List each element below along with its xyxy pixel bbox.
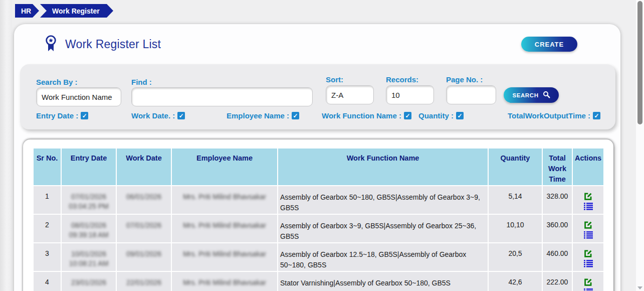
breadcrumb-item-work-register[interactable]: Work Register bbox=[40, 4, 113, 18]
cell-work-function-name: Stator Varnishing|Assembly of Gearbox 50… bbox=[278, 272, 488, 291]
checkbox-checked-icon[interactable]: ✓ bbox=[177, 112, 185, 119]
checkbox-checked-icon[interactable]: ✓ bbox=[456, 112, 464, 119]
scrollbar-track[interactable] bbox=[636, 0, 644, 291]
cell-work-date: 09/01/2026 bbox=[117, 243, 171, 271]
work-date-redacted: 06/01/2026 bbox=[119, 192, 169, 202]
employee-name-redacted: Mrs. Priti Milind Bhavsakar bbox=[174, 192, 275, 202]
award-badge-icon bbox=[44, 35, 58, 54]
cell-work-date: 06/01/2026 bbox=[117, 186, 171, 214]
detail-list-icon[interactable] bbox=[584, 288, 593, 291]
cell-actions bbox=[573, 186, 603, 214]
find-input[interactable] bbox=[131, 87, 313, 106]
checkbox-checked-icon[interactable]: ✓ bbox=[81, 112, 88, 119]
column-toggle: Quantity :✓ bbox=[418, 111, 464, 120]
find-label: Find : bbox=[131, 78, 152, 86]
table-row: 4 23/01/2026 22/01/2026 Mrs. Priti Milin… bbox=[34, 272, 603, 291]
column-header: Quantity bbox=[489, 149, 542, 185]
cell-employee-name: Mrs. Priti Milind Bhavsakar bbox=[172, 215, 277, 242]
search-by-label: Search By : bbox=[36, 78, 78, 86]
table-header-row: Sr No.Entry DateWork DateEmployee NameWo… bbox=[34, 149, 603, 185]
checkbox-checked-icon[interactable]: ✓ bbox=[404, 112, 411, 119]
detail-list-icon[interactable] bbox=[584, 202, 593, 212]
cell-quantity: 10,10 bbox=[489, 215, 542, 242]
table-card: Sr No.Entry DateWork DateEmployee NameWo… bbox=[23, 139, 613, 291]
table-row: 3 10/01/2026 10:08:21 AM 09/01/2026 Mrs.… bbox=[34, 243, 603, 271]
search-button[interactable]: SEARCH bbox=[504, 87, 559, 103]
column-toggle-label: Entry Date : bbox=[36, 111, 78, 120]
cell-actions bbox=[573, 272, 603, 291]
search-button-label: SEARCH bbox=[512, 92, 538, 98]
work-date-redacted: 22/01/2026 bbox=[119, 278, 169, 287]
cell-sr-no: 4 bbox=[34, 272, 61, 291]
page-left-edge bbox=[0, 0, 12, 291]
entry-time-redacted: 03:04:25 PM bbox=[64, 202, 114, 211]
cell-actions bbox=[573, 243, 603, 271]
column-header: Entry Date bbox=[62, 149, 116, 185]
column-toggle-row: Entry Date :✓Work Date. :✓Employee Name … bbox=[20, 111, 615, 122]
page-no-label: Page No. : bbox=[446, 75, 483, 84]
checkbox-checked-icon[interactable]: ✓ bbox=[593, 112, 600, 119]
entry-date-redacted: 07/01/2026 bbox=[64, 192, 114, 202]
column-toggle-label: Employee Name : bbox=[227, 111, 289, 120]
records-input[interactable] bbox=[386, 85, 434, 104]
edit-icon[interactable] bbox=[584, 221, 592, 231]
edit-icon[interactable] bbox=[584, 192, 592, 202]
scrollbar-down-arrow-icon[interactable] bbox=[637, 286, 642, 289]
page-title: Work Register List bbox=[65, 38, 161, 51]
column-toggle: Entry Date :✓ bbox=[36, 111, 88, 120]
cell-entry-date: 23/01/2026 bbox=[62, 272, 116, 291]
sort-input[interactable] bbox=[326, 85, 374, 104]
cell-work-function-name: Assembly of Gearbox 50~180, GB5S|Assembl… bbox=[278, 186, 488, 214]
edit-icon[interactable] bbox=[584, 278, 592, 288]
cell-total-work-time: 328.00 bbox=[543, 186, 572, 214]
entry-date-redacted: 23/01/2026 bbox=[64, 278, 114, 287]
breadcrumb-label: Work Register bbox=[52, 7, 100, 15]
column-header: Work Function Name bbox=[278, 149, 488, 185]
entry-date-redacted: 10/01/2026 bbox=[64, 249, 114, 259]
scrollbar-thumb[interactable] bbox=[637, 1, 642, 124]
search-by-input[interactable] bbox=[36, 87, 121, 106]
cell-employee-name: Mrs. Priti Milind Bhavsakar bbox=[172, 272, 277, 291]
table-row: 1 07/01/2026 03:04:25 PM 06/01/2026 Mrs.… bbox=[34, 186, 603, 214]
column-header: Actions bbox=[573, 149, 603, 185]
cell-sr-no: 2 bbox=[34, 215, 61, 242]
create-button[interactable]: CREATE bbox=[521, 37, 577, 52]
cell-total-work-time: 460.00 bbox=[543, 243, 572, 271]
main-panel: Work Register List CREATE Search By : Fi… bbox=[14, 24, 620, 291]
work-register-table: Sr No.Entry DateWork DateEmployee NameWo… bbox=[33, 148, 604, 291]
entry-time-redacted: 09:39:18 AM bbox=[64, 230, 114, 240]
column-header: Employee Name bbox=[172, 149, 277, 185]
table-row: 2 08/01/2026 09:39:18 AM 07/01/2026 Mrs.… bbox=[34, 215, 603, 242]
records-label: Records: bbox=[386, 75, 418, 84]
page-no-input[interactable] bbox=[446, 85, 496, 104]
cell-quantity: 42,6 bbox=[489, 272, 542, 291]
cell-actions bbox=[573, 215, 603, 242]
cell-work-date: 22/01/2026 bbox=[117, 272, 171, 291]
cell-quantity: 20,5 bbox=[489, 243, 542, 271]
cell-entry-date: 07/01/2026 03:04:25 PM bbox=[62, 186, 116, 214]
cell-work-function-name: Assembly of Gearbox 12.5~18, GB5S|Assemb… bbox=[278, 243, 488, 271]
table-body: 1 07/01/2026 03:04:25 PM 06/01/2026 Mrs.… bbox=[34, 186, 603, 291]
search-icon bbox=[543, 91, 550, 99]
detail-list-icon[interactable] bbox=[584, 231, 593, 240]
column-toggle-label: Work Function Name : bbox=[322, 111, 401, 120]
cell-total-work-time: 222.00 bbox=[543, 272, 572, 291]
column-header: Work Date bbox=[117, 149, 171, 185]
checkbox-checked-icon[interactable]: ✓ bbox=[292, 112, 299, 119]
employee-name-redacted: Mrs. Priti Milind Bhavsakar bbox=[174, 249, 275, 259]
breadcrumb-item-hr[interactable]: HR bbox=[15, 4, 39, 18]
cell-employee-name: Mrs. Priti Milind Bhavsakar bbox=[172, 186, 277, 214]
edit-icon[interactable] bbox=[584, 249, 592, 259]
work-date-redacted: 07/01/2026 bbox=[119, 221, 169, 230]
work-date-redacted: 09/01/2026 bbox=[119, 249, 169, 259]
breadcrumb-label: HR bbox=[21, 7, 31, 15]
detail-list-icon[interactable] bbox=[584, 259, 593, 269]
column-toggle: Employee Name :✓ bbox=[227, 111, 299, 120]
entry-date-redacted: 08/01/2026 bbox=[64, 221, 114, 230]
cell-work-date: 07/01/2026 bbox=[117, 215, 171, 242]
cell-total-work-time: 360.00 bbox=[543, 215, 572, 242]
cell-entry-date: 08/01/2026 09:39:18 AM bbox=[62, 215, 116, 242]
sort-label: Sort: bbox=[326, 75, 343, 84]
cell-entry-date: 10/01/2026 10:08:21 AM bbox=[62, 243, 116, 271]
column-toggle: TotalWorkOutputTime :✓ bbox=[508, 111, 600, 120]
